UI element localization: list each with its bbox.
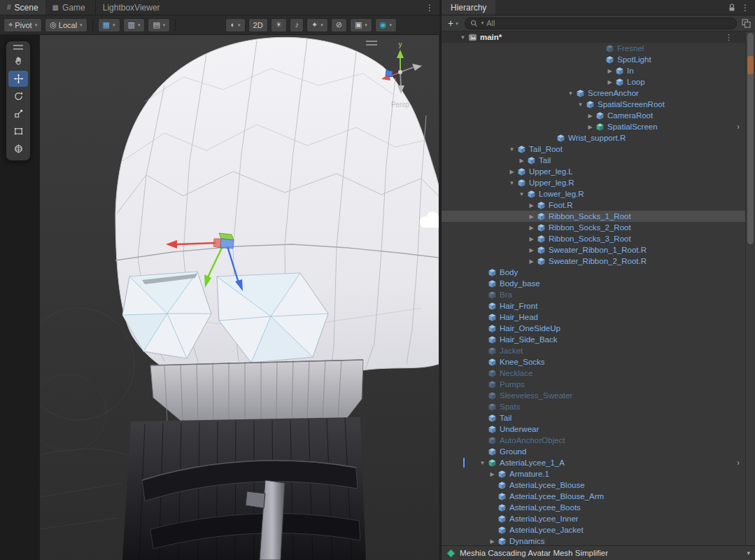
expand-arrow-icon[interactable]: ▶ — [527, 202, 536, 209]
search-filter-caret-icon[interactable]: ▾ — [481, 20, 484, 26]
hierarchy-row[interactable]: Body_base — [442, 278, 745, 289]
lock-icon[interactable] — [728, 4, 735, 12]
2d-view-toggle[interactable]: 2D — [248, 18, 268, 32]
mesh-simplifier-bar[interactable]: Meshia Cascading Avatar Mesh Simplifier … — [442, 545, 755, 560]
hierarchy-menu-icon[interactable]: ⋮ — [741, 3, 749, 13]
expand-arrow-icon[interactable]: ▼ — [458, 34, 467, 41]
hierarchy-row[interactable]: ▶Sweater_Ribbon_1_Root.R — [442, 244, 745, 255]
hierarchy-row[interactable]: Hair_Side_Back — [442, 334, 745, 345]
scene-header-row[interactable]: ▼main*⋮ — [442, 31, 745, 43]
hierarchy-row[interactable]: ▶Ribbon_Socks_3_Root — [442, 233, 745, 244]
hierarchy-row[interactable]: ▶Loop — [442, 76, 745, 88]
footer-expand-icon[interactable]: ▾ — [747, 550, 750, 556]
expand-arrow-icon[interactable]: ▼ — [517, 191, 526, 197]
component-overlay-dropdown[interactable]: ◉▾ — [375, 18, 397, 32]
hierarchy-row[interactable]: SpotLight — [442, 54, 745, 65]
hierarchy-row[interactable]: ▼ScreenAnchor — [442, 88, 745, 99]
hierarchy-search-input[interactable]: ▾ All — [465, 18, 737, 29]
hierarchy-row[interactable]: ▶Sweater_Ribbon_2_Root.R — [442, 255, 745, 267]
expand-arrow-icon[interactable]: ▼ — [478, 460, 487, 466]
tools-overlay[interactable] — [6, 41, 31, 161]
hierarchy-row[interactable]: Body — [442, 267, 745, 278]
scene-picker-icon[interactable] — [740, 18, 752, 28]
hierarchy-row[interactable]: Bra — [442, 289, 745, 300]
prefab-enter-arrow-icon[interactable]: › — [737, 457, 740, 468]
hierarchy-row[interactable]: Hair_OneSideUp — [442, 323, 745, 334]
hierarchy-row[interactable]: AsteriaLycee_Blouse_Arm — [442, 491, 745, 502]
move-tool-button[interactable] — [8, 71, 28, 87]
hierarchy-row[interactable]: ▶Foot.R — [442, 200, 745, 211]
gizmo-center[interactable] — [398, 70, 402, 74]
scene-viewport[interactable]: y Persp — [40, 35, 439, 560]
hierarchy-row[interactable]: AutoAnchorObject — [442, 435, 745, 446]
hierarchy-row[interactable]: Necklace — [442, 368, 745, 379]
hierarchy-row[interactable]: Spats — [442, 401, 745, 412]
hierarchy-row[interactable]: Wrist_support.R — [442, 132, 745, 144]
scene-audio-toggle[interactable]: ♪ — [290, 18, 304, 32]
expand-arrow-icon[interactable]: ▶ — [605, 79, 614, 85]
tab-hierarchy[interactable]: Hierarchy — [442, 0, 495, 15]
effects-dropdown[interactable]: ✦▾ — [306, 18, 328, 32]
hierarchy-row[interactable]: AsteriaLycee_Boots — [442, 502, 745, 513]
transform-tool-button[interactable] — [8, 141, 28, 157]
hierarchy-row[interactable]: ▶In — [442, 65, 745, 76]
expand-arrow-icon[interactable]: ▼ — [507, 180, 516, 186]
expand-arrow-icon[interactable]: ▶ — [527, 236, 536, 242]
overlay-drag-handle-icon[interactable] — [13, 45, 23, 50]
expand-arrow-icon[interactable]: ▶ — [527, 247, 536, 253]
prefab-enter-arrow-icon[interactable]: › — [737, 121, 740, 132]
expand-arrow-icon[interactable]: ▶ — [488, 538, 497, 545]
hierarchy-row[interactable]: ▶Dynamics — [442, 536, 745, 545]
camera-settings-dropdown[interactable]: ▣▾ — [350, 18, 372, 32]
hierarchy-row[interactable]: ▼SpatialScreenRoot — [442, 99, 745, 110]
hierarchy-row[interactable]: ▼Lower_leg.R — [442, 188, 745, 200]
hierarchy-row[interactable]: Hair_Head — [442, 312, 745, 323]
gizmo-z-cube[interactable] — [386, 70, 393, 77]
expand-arrow-icon[interactable]: ▶ — [586, 124, 595, 130]
snap-settings-dropdown[interactable]: ▥▾ — [123, 18, 146, 32]
expand-arrow-icon[interactable]: ▶ — [488, 471, 497, 477]
scene-viewport-canvas[interactable]: y Persp — [40, 35, 439, 560]
pivot-mode-dropdown[interactable]: ⌖Pivot▾ — [3, 18, 42, 32]
hierarchy-row[interactable]: ▶Tail — [442, 155, 745, 166]
hierarchy-row[interactable]: ▼AsteriaLycee_1_A› — [442, 457, 745, 468]
expand-arrow-icon[interactable]: ▶ — [507, 169, 516, 175]
rect-tool-button[interactable] — [8, 123, 28, 139]
expand-arrow-icon[interactable]: ▶ — [527, 258, 536, 265]
hierarchy-row[interactable]: ▼Upper_leg.R — [442, 177, 745, 188]
tab-lightboxviewer[interactable]: LightboxViewer — [95, 0, 167, 15]
grid-visibility-dropdown[interactable]: ▦▾ — [98, 18, 120, 32]
hierarchy-scrollbar[interactable] — [745, 31, 755, 545]
hierarchy-row[interactable]: Sleeveless_Sweater — [442, 390, 745, 401]
expand-arrow-icon[interactable]: ▶ — [527, 225, 536, 231]
boot-mesh[interactable] — [122, 417, 366, 560]
tab-game[interactable]: ▦ Game — [45, 0, 92, 15]
scene-visibility-toggle[interactable]: ⊘ — [331, 18, 347, 32]
hierarchy-row[interactable]: Tail — [442, 412, 745, 424]
sock-band-mesh[interactable] — [150, 360, 363, 423]
hierarchy-row[interactable]: Pumps — [442, 379, 745, 390]
snap-increment-dropdown[interactable]: ▤▾ — [148, 18, 170, 32]
hierarchy-row[interactable]: ▶Armature.1 — [442, 468, 745, 479]
hierarchy-row[interactable]: Ground — [442, 446, 745, 457]
hierarchy-row[interactable]: Fresnel — [442, 43, 745, 54]
hierarchy-row[interactable]: ▼Tail_Root — [442, 144, 745, 155]
shading-mode-dropdown[interactable]: ◐▾ — [225, 18, 245, 32]
handle-orientation-dropdown[interactable]: ◎Local▾ — [45, 18, 87, 32]
expand-arrow-icon[interactable]: ▶ — [605, 68, 614, 74]
rotate-tool-button[interactable] — [8, 88, 28, 104]
hierarchy-row[interactable]: AsteriaLycee_Inner — [442, 513, 745, 524]
hierarchy-row[interactable]: Knee_Socks — [442, 356, 745, 368]
hierarchy-row[interactable]: AsteriaLycee_Blouse — [442, 479, 745, 491]
expand-arrow-icon[interactable]: ▶ — [517, 158, 526, 164]
expand-arrow-icon[interactable]: ▼ — [576, 102, 585, 108]
create-object-button[interactable]: + ▾ — [445, 18, 461, 28]
hierarchy-row[interactable]: Hair_Front — [442, 300, 745, 312]
hierarchy-row[interactable]: Jacket — [442, 345, 745, 356]
hierarchy-row[interactable]: ▶Ribbon_Socks_2_Root — [442, 222, 745, 233]
expand-arrow-icon[interactable]: ▶ — [586, 113, 595, 119]
scene-options-icon[interactable]: ⋮ — [725, 31, 733, 43]
view-hand-tool-button[interactable] — [8, 53, 28, 69]
expand-arrow-icon[interactable]: ▼ — [507, 146, 516, 153]
scene-tab-menu-icon[interactable]: ⋮ — [420, 0, 439, 15]
